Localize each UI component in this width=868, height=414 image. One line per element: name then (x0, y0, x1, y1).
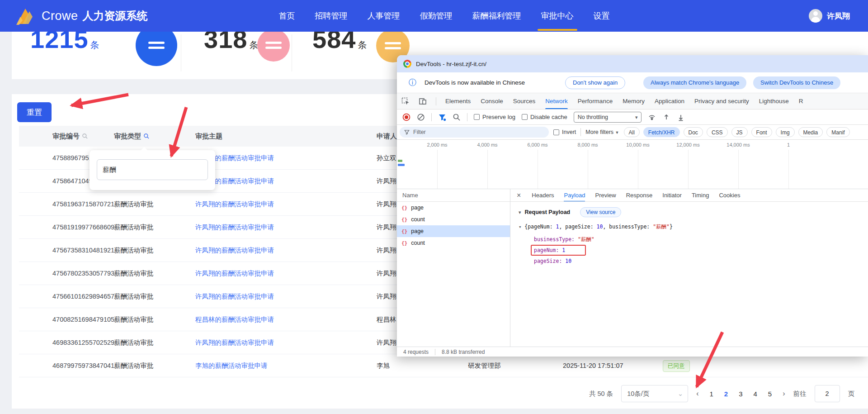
approval-topic-link[interactable]: 许凤翔的薪酬活动审批申请 (195, 285, 274, 308)
devtools-window: DevTools - hr-test.zjf-it.cn/ ⓘ DevTools… (397, 55, 868, 357)
table-row[interactable]: 46879975973847041薪酬活动审批李旭的薪酬活动审批申请李旭研发管理… (19, 354, 868, 377)
inspect-element-icon[interactable] (401, 97, 410, 105)
nav-item-6[interactable]: 设置 (594, 0, 610, 32)
approval-topic-link[interactable]: 许凤翔的薪酬活动审批申请 (195, 262, 274, 285)
disable-cache-checkbox[interactable]: Disable cache (522, 114, 567, 120)
invert-checkbox[interactable]: Invert (553, 129, 576, 135)
filter-placeholder: Filter (413, 129, 426, 135)
approval-id: 47008251698479105 (52, 308, 114, 331)
page-number-2[interactable]: 2 (724, 390, 728, 398)
devtools-tab-privacy-and-security[interactable]: Privacy and security (694, 93, 749, 109)
request-row-page[interactable]: {}page (397, 225, 510, 237)
approval-topic-link[interactable]: 许凤翔的薪酬活动审批申请 (195, 193, 274, 216)
record-network-log-icon[interactable] (402, 113, 410, 121)
devtools-tab-lighthouse[interactable]: Lighthouse (759, 93, 789, 109)
approval-topic-link[interactable]: 许凤翔的薪酬活动审批申请 (195, 331, 274, 354)
prev-page-button[interactable]: ‹ (696, 390, 698, 398)
page-number-4[interactable]: 4 (753, 390, 757, 398)
column-header-0: 审批编号 (52, 126, 88, 147)
devtools-tab-performance[interactable]: Performance (578, 93, 613, 109)
detail-tab-payload[interactable]: Payload (564, 189, 585, 202)
detail-tab-headers[interactable]: Headers (532, 189, 554, 202)
nav-item-4[interactable]: 薪酬福利管理 (472, 0, 521, 32)
devtools-tab-network[interactable]: Network (545, 93, 568, 109)
name-column-header[interactable]: Name (402, 192, 418, 199)
devtools-tab-r[interactable]: R (799, 93, 803, 109)
filter-pill-media[interactable]: Media (798, 127, 823, 137)
payload-value: "薪酬" (578, 236, 594, 243)
dont-show-again-button[interactable]: Don't show again (565, 76, 625, 89)
nav-item-2[interactable]: 人事管理 (368, 0, 400, 32)
page-number-3[interactable]: 3 (739, 390, 742, 398)
approval-topic-link[interactable]: 李旭的薪酬活动审批申请 (195, 354, 268, 377)
clear-network-log-icon[interactable] (417, 113, 425, 121)
detail-tab-timing[interactable]: Timing (692, 189, 709, 202)
approval-type: 薪酬活动审批 (114, 354, 153, 377)
timeline-gridline (738, 150, 739, 189)
divider (467, 113, 467, 121)
nav-item-3[interactable]: 假勤管理 (420, 0, 453, 32)
filter-pill-doc[interactable]: Doc (684, 127, 703, 137)
network-timeline[interactable]: 2,000 ms4,000 ms6,000 ms8,000 ms10,000 m… (397, 140, 868, 189)
detail-tab-preview[interactable]: Preview (595, 189, 616, 202)
detail-tab-response[interactable]: Response (626, 189, 653, 202)
filter-pill-fetch-xhr[interactable]: Fetch/XHR (643, 127, 680, 137)
page-size-select[interactable]: 10条/页 ⌄ (621, 385, 688, 402)
payload-summary[interactable]: ▾ {pageNum: 1, pageSize: 10, businessTyp… (519, 224, 868, 230)
request-row-count[interactable]: {}count (397, 237, 510, 249)
nav-item-5[interactable]: 审批中心 (541, 0, 574, 32)
filter-pill-img[interactable]: Img (776, 127, 795, 137)
page-number-1[interactable]: 1 (709, 390, 713, 398)
devtools-titlebar[interactable]: DevTools - hr-test.zjf-it.cn/ (397, 55, 868, 72)
search-icon[interactable] (143, 133, 150, 139)
payload-key: businessType: (534, 236, 578, 243)
request-row-page[interactable]: {}page (397, 202, 510, 214)
timeline-gridline (588, 150, 588, 189)
devtools-tab-elements[interactable]: Elements (445, 93, 471, 109)
filter-pill-css[interactable]: CSS (707, 127, 728, 137)
nav-item-0[interactable]: 首页 (279, 0, 295, 32)
goto-page-input[interactable]: 2 (815, 385, 840, 402)
approval-topic-link[interactable]: 许凤翔的薪酬活动审批申请 (195, 239, 274, 262)
preserve-log-checkbox[interactable]: Preserve log (474, 114, 515, 120)
network-conditions-icon[interactable] (648, 113, 656, 121)
payload-panel: ▾ Request Payload View source ▾ {pageNum… (510, 202, 868, 266)
page-number-5[interactable]: 5 (768, 390, 772, 398)
devtools-tab-console[interactable]: Console (481, 93, 503, 109)
detail-tab-initiator[interactable]: Initiator (662, 189, 682, 202)
approval-topic-link[interactable]: 程昌林的薪酬活动审批申请 (195, 308, 274, 331)
filter-pill-font[interactable]: Font (751, 127, 772, 137)
next-page-button[interactable]: › (783, 390, 785, 398)
export-har-icon[interactable] (662, 113, 670, 121)
filter-pill-js[interactable]: JS (731, 127, 748, 137)
filter-pill-all[interactable]: All (624, 127, 640, 137)
view-source-button[interactable]: View source (580, 207, 621, 217)
timeline-tick-label: 4,000 ms (477, 142, 497, 148)
status-badge: 已同意 (663, 360, 690, 372)
approval-topic-link[interactable]: 许凤翔的薪酬活动审批申请 (195, 216, 274, 239)
type-filter-input[interactable] (97, 159, 208, 180)
match-language-button[interactable]: Always match Chrome's language (643, 76, 746, 89)
devtools-tab-application[interactable]: Application (655, 93, 684, 109)
applicant-name: 许凤翔 (377, 331, 396, 354)
import-har-icon[interactable] (677, 113, 685, 121)
throttling-select[interactable]: No throttling ▾ (574, 112, 642, 123)
reset-button[interactable]: 重置 (17, 102, 52, 122)
close-icon[interactable]: × (517, 191, 521, 200)
filter-icon[interactable] (438, 113, 446, 121)
search-network-icon[interactable] (453, 113, 461, 121)
more-filters-button[interactable]: More filters ▼ (585, 129, 619, 135)
detail-tab-cookies[interactable]: Cookies (719, 189, 740, 202)
devtools-tab-sources[interactable]: Sources (513, 93, 536, 109)
search-icon[interactable] (82, 133, 88, 139)
filter-pill-manif[interactable]: Manif (826, 127, 849, 137)
caret-down-icon[interactable]: ▾ (519, 209, 521, 215)
filter-input[interactable]: Filter (400, 127, 549, 138)
approval-id: 47567358310481921 (52, 239, 114, 262)
device-toolbar-icon[interactable] (419, 97, 427, 105)
request-row-count[interactable]: {}count (397, 214, 510, 225)
user-menu[interactable]: 许凤翔 (809, 0, 850, 32)
nav-item-1[interactable]: 招聘管理 (315, 0, 348, 32)
switch-to-chinese-button[interactable]: Switch DevTools to Chinese (753, 76, 840, 89)
devtools-tab-memory[interactable]: Memory (623, 93, 645, 109)
